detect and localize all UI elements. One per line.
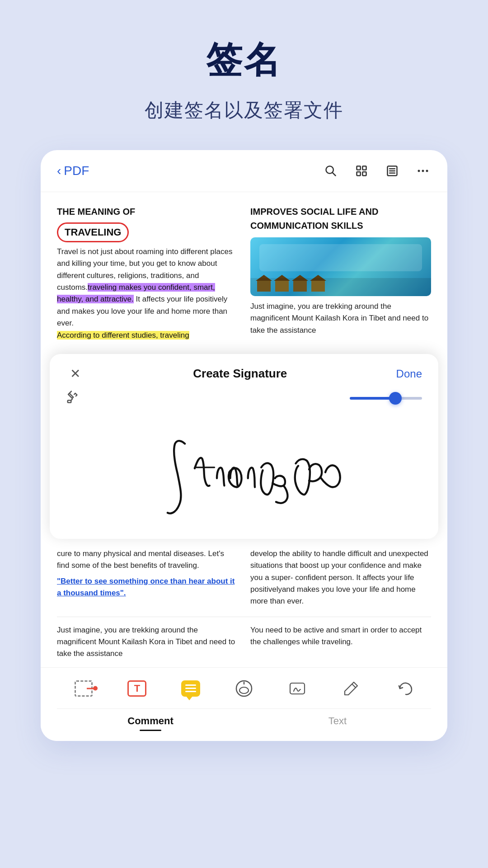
svg-rect-4 xyxy=(357,172,361,175)
thickness-slider[interactable] xyxy=(350,397,422,400)
svg-line-1 xyxy=(333,173,335,175)
svg-point-12 xyxy=(426,170,428,172)
svg-line-14 xyxy=(71,399,72,401)
text-tool[interactable]: T xyxy=(124,676,150,701)
back-chevron-icon: ‹ xyxy=(57,164,61,178)
pdf-body2: According to different studies, travelin… xyxy=(57,330,238,341)
pdf-body1: Travel is not just about roaming into di… xyxy=(57,246,238,329)
svg-point-10 xyxy=(418,170,420,172)
svg-point-16 xyxy=(239,687,249,693)
svg-line-19 xyxy=(352,684,356,688)
signature-title: Create Signature xyxy=(193,367,287,381)
svg-rect-5 xyxy=(362,172,366,175)
pdf-lower2-left: Just imagine, you are trekking around th… xyxy=(57,624,238,660)
comment-icon xyxy=(178,676,203,701)
pen-tool[interactable] xyxy=(338,676,364,701)
signature-canvas[interactable] xyxy=(66,414,422,523)
done-button[interactable]: Done xyxy=(396,368,422,380)
stamp-icon xyxy=(231,676,257,701)
page-subtitle: 创建签名以及签署文件 xyxy=(145,98,343,123)
bottom-tabs: Comment Text xyxy=(57,708,431,737)
toolbar-tools: T xyxy=(57,676,431,701)
signature-panel: ✕ Create Signature Done xyxy=(50,354,438,539)
pdf-lower2-content: Just imagine, you are trekking around th… xyxy=(41,617,447,667)
more-icon[interactable] xyxy=(415,163,431,179)
select-icon xyxy=(71,676,96,701)
pdf-right-heading: IMPROVES SOCIAL LIFE AND COMMUNICATION S… xyxy=(250,205,431,233)
pdf-right-body: Just imagine, you are trekking around th… xyxy=(250,301,431,336)
select-tool[interactable] xyxy=(71,676,96,701)
svg-rect-13 xyxy=(68,400,71,402)
pdf-label: PDF xyxy=(64,164,89,178)
search-icon[interactable] xyxy=(323,163,339,179)
sign-tool[interactable] xyxy=(285,676,310,701)
back-button[interactable]: ‹ PDF xyxy=(57,164,89,178)
pdf-traveling-circled: TRAVELING xyxy=(57,222,129,242)
text-icon: T xyxy=(124,676,150,701)
page-title: 签名 xyxy=(145,36,343,85)
pdf-lower-content: cure to many physical and mental disease… xyxy=(41,539,447,617)
pdf-lower2-left-body: Just imagine, you are trekking around th… xyxy=(57,624,238,660)
svg-rect-3 xyxy=(362,166,366,170)
pdf-left-col: THE MEANING OF TRAVELING Travel is not j… xyxy=(57,205,238,341)
pdf-lower-left-body1: cure to many physical and mental disease… xyxy=(57,548,238,572)
signature-header: ✕ Create Signature Done xyxy=(66,365,422,383)
sign-icon xyxy=(285,676,310,701)
tab-comment[interactable]: Comment xyxy=(57,709,244,737)
pen-icon xyxy=(338,676,364,701)
pdf-lower-right-body: develop the ability to handle difficult … xyxy=(250,548,431,608)
svg-rect-2 xyxy=(357,166,361,170)
comment-tool[interactable] xyxy=(178,676,203,701)
bottom-toolbar: T xyxy=(41,667,447,741)
tab-text[interactable]: Text xyxy=(244,709,431,737)
svg-rect-18 xyxy=(290,683,305,694)
svg-point-11 xyxy=(422,170,424,172)
pdf-toolbar: ‹ PDF xyxy=(41,150,447,192)
list-icon[interactable] xyxy=(384,163,400,179)
undo-tool[interactable] xyxy=(392,676,417,701)
pdf-lower2-right: You need to be active and smart in order… xyxy=(250,624,431,660)
close-button[interactable]: ✕ xyxy=(66,365,84,383)
stamp-tool[interactable] xyxy=(231,676,257,701)
pdf-lower2-right-body: You need to be active and smart in order… xyxy=(250,624,431,648)
pdf-lower-right: develop the ability to handle difficult … xyxy=(250,548,431,608)
travel-image xyxy=(250,237,431,296)
brush-icon[interactable] xyxy=(66,390,80,407)
tab-underline xyxy=(140,730,161,731)
main-card: ‹ PDF THE MEANING OF TRAVELING Trav xyxy=(41,150,447,741)
pdf-quote: "Better to see something once than hear … xyxy=(57,576,238,599)
undo-icon xyxy=(392,676,417,701)
pdf-right-col: IMPROVES SOCIAL LIFE AND COMMUNICATION S… xyxy=(250,205,431,341)
pdf-lower-left: cure to many physical and mental disease… xyxy=(57,548,238,608)
pdf-upper-content: THE MEANING OF TRAVELING Travel is not j… xyxy=(41,192,447,354)
grid-icon[interactable] xyxy=(353,163,370,179)
pdf-heading-line1: THE MEANING OF xyxy=(57,205,238,219)
signature-toolbar xyxy=(66,390,422,407)
toolbar-icons xyxy=(323,163,431,179)
